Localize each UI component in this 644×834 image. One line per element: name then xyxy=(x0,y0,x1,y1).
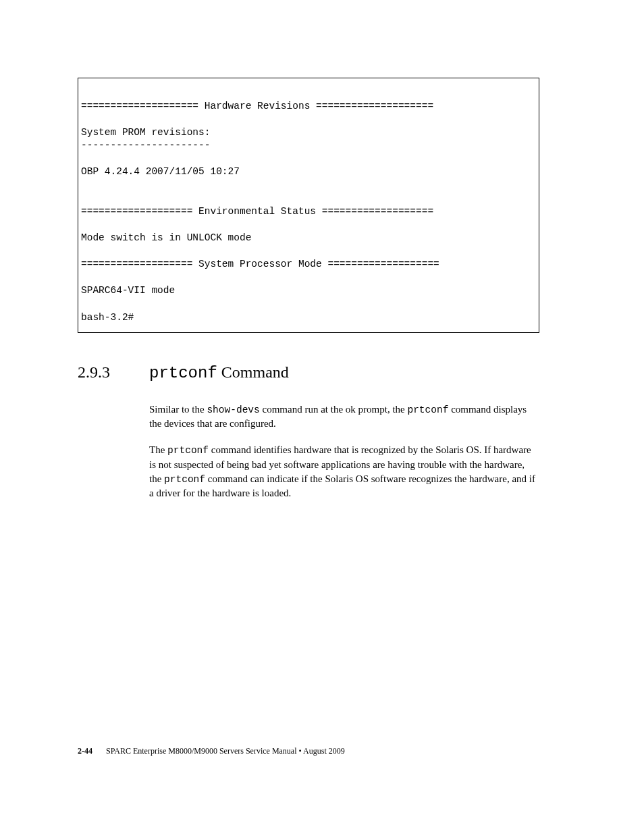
section-number: 2.9.3 xyxy=(78,363,149,382)
p1-code-d: prtconf xyxy=(407,405,448,415)
p2-code-d: prtconf xyxy=(164,474,205,485)
page-footer: 2-44SPARC Enterprise M8000/M9000 Servers… xyxy=(78,746,345,756)
p1-text-c: command run at the ok prompt, the xyxy=(260,404,408,415)
page-number: 2-44 xyxy=(78,746,92,756)
p2-code-b: prtconf xyxy=(167,445,209,456)
section-title-rest: Command xyxy=(217,363,289,381)
section-title: prtconf Command xyxy=(149,363,289,382)
p1-text-a: Similar to the xyxy=(149,404,207,415)
body-text: Similar to the show-devs command run at … xyxy=(149,402,539,500)
footer-text: SPARC Enterprise M8000/M9000 Servers Ser… xyxy=(106,746,345,756)
p2-text-e: command can indicate if the Solaris OS s… xyxy=(149,473,535,498)
section-title-mono: prtconf xyxy=(149,364,217,382)
paragraph-1: Similar to the show-devs command run at … xyxy=(149,402,539,431)
p2-text-a: The xyxy=(149,444,167,455)
code-block: ==================== Hardware Revisions … xyxy=(78,78,539,333)
section-heading: 2.9.3 prtconf Command xyxy=(78,363,539,382)
p1-code-b: show-devs xyxy=(207,405,259,415)
paragraph-2: The prtconf command identifies hardware … xyxy=(149,443,539,500)
